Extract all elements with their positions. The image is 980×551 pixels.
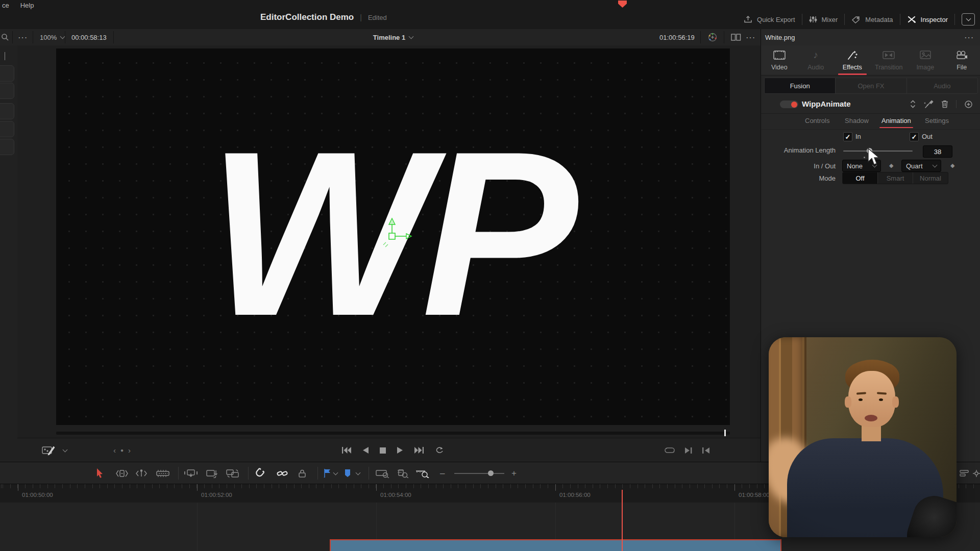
full-extent-zoom-button[interactable] [376, 462, 390, 484]
link-clips-button[interactable] [277, 462, 288, 484]
tab-effects[interactable]: Effects [834, 45, 871, 75]
tab-shadow[interactable]: Shadow [845, 117, 869, 124]
viewer-options-button[interactable]: ··· [18, 29, 28, 45]
dynamic-trim-mode-button[interactable] [135, 462, 148, 484]
zoom-in-button[interactable]: + [511, 462, 517, 484]
video-canvas[interactable]: WP [56, 48, 730, 425]
viewer-jog-bar[interactable] [56, 432, 730, 435]
search-button[interactable] [1, 29, 9, 45]
zoom-slider-knob[interactable] [488, 470, 494, 476]
keyframe-reset-button[interactable] [964, 100, 973, 109]
snapping-button[interactable] [254, 462, 264, 484]
effect-enable-toggle[interactable] [780, 101, 798, 108]
trim-edit-mode-button[interactable] [115, 462, 129, 484]
effect-thumbnail-button[interactable] [0, 65, 14, 82]
effect-subtabs: Controls Shadow Animation Settings [761, 116, 980, 130]
menu-item-workspace-partial[interactable]: ce [2, 2, 9, 9]
effect-thumbnail-button[interactable] [0, 103, 14, 119]
out-keyframe-icon[interactable]: ◆ [950, 162, 954, 169]
marker-button[interactable] [344, 462, 351, 484]
effect-thumbnail-button[interactable] [0, 83, 14, 99]
transform-gizmo[interactable] [382, 217, 428, 253]
timeline-zoom-slider[interactable] [454, 473, 504, 474]
major-tick [555, 484, 556, 491]
prev-edit-button[interactable] [702, 447, 709, 454]
mixer-button[interactable]: Mixer [809, 15, 838, 23]
selection-mode-button[interactable] [96, 462, 104, 484]
in-keyframe-icon[interactable]: ◆ [889, 162, 893, 169]
playhead-line[interactable] [622, 490, 623, 551]
jog-handle[interactable] [724, 430, 726, 436]
razor-edit-mode-button[interactable] [156, 462, 169, 484]
chevron-up-icon [5, 52, 5, 60]
flag-button[interactable] [324, 462, 331, 484]
record-timecode: 01:00:56:19 [659, 29, 695, 45]
inspector-menu-button[interactable]: ··· [965, 29, 974, 45]
inspector-button[interactable]: Inspector [907, 15, 948, 23]
timeline-selector-value: Timeline 1 [373, 34, 405, 41]
collapse-panel-button[interactable] [5, 53, 5, 60]
selected-video-clip[interactable] [330, 539, 781, 551]
collapse-expand-button[interactable] [910, 100, 916, 108]
timeline-selector[interactable]: Timeline 1 [56, 29, 730, 45]
unmix-button[interactable] [665, 447, 675, 454]
timeline-view-options-button[interactable] [960, 462, 969, 484]
loop-playback-button[interactable] [435, 446, 444, 454]
mode-smart-button[interactable]: Smart [878, 172, 913, 184]
camera-reel-icon [955, 50, 968, 60]
quick-export-button[interactable]: Quick Export [744, 15, 795, 23]
annotation-tool-button[interactable] [42, 445, 55, 456]
play-reverse-button[interactable] [362, 447, 369, 454]
insert-clip-button[interactable] [184, 462, 198, 484]
stop-button[interactable] [380, 447, 386, 454]
tab-openfx[interactable]: Open FX [836, 78, 906, 93]
tab-fusion[interactable]: Fusion [765, 78, 836, 93]
title-separator: | [360, 13, 362, 21]
play-button[interactable] [397, 447, 403, 454]
overwrite-clip-button[interactable] [205, 462, 218, 484]
out-easing-dropdown[interactable]: Quart [901, 160, 941, 172]
tab-image[interactable]: Image [907, 45, 944, 75]
tab-controls[interactable]: Controls [805, 117, 829, 124]
tab-file[interactable]: File [944, 45, 980, 75]
transform-gizmo-button[interactable] [707, 29, 718, 45]
metadata-button[interactable]: Metadata [851, 16, 893, 23]
mode-off-button[interactable]: Off [843, 172, 878, 184]
detail-zoom-button[interactable] [396, 462, 409, 484]
mode-normal-button[interactable]: Normal [913, 172, 948, 184]
effect-category-tabs: Fusion Open FX Audio [764, 78, 978, 94]
custom-zoom-button[interactable] [415, 462, 430, 484]
tab-audio[interactable]: ♪ Audio [798, 45, 835, 75]
dual-viewer-button[interactable] [731, 29, 741, 45]
go-to-end-button[interactable] [414, 447, 424, 454]
in-checkbox[interactable]: ✓ [843, 132, 852, 141]
menu-item-help[interactable]: Help [20, 2, 34, 9]
ellipsis-icon: ··· [965, 34, 974, 41]
tab-video[interactable]: Video [761, 45, 798, 75]
replace-clip-button[interactable] [226, 462, 240, 484]
effect-thumbnail-button[interactable] [0, 139, 14, 155]
search-icon [1, 33, 9, 41]
gridline [197, 503, 198, 551]
tab-settings[interactable]: Settings [925, 117, 949, 124]
timeline-settings-button[interactable] [973, 462, 980, 484]
effect-thumbnail-button[interactable] [0, 121, 14, 137]
tab-audio-fx[interactable]: Audio [907, 78, 977, 93]
viewer-menu-button[interactable]: ··· [746, 29, 756, 45]
next-edit-button[interactable] [685, 447, 692, 454]
marker-dropdown-button[interactable] [356, 462, 360, 484]
zoom-out-button[interactable]: – [440, 462, 445, 484]
panel-toggle-button[interactable] [962, 13, 975, 26]
position-lock-button[interactable] [298, 462, 306, 484]
go-to-start-button[interactable] [342, 447, 351, 454]
tab-transition[interactable]: Transition [871, 45, 908, 75]
major-tick [376, 484, 377, 491]
tab-animation[interactable]: Animation [881, 117, 911, 124]
flag-dropdown-button[interactable] [334, 462, 337, 484]
out-checkbox[interactable]: ✓ [910, 132, 919, 141]
delete-effect-button[interactable] [941, 100, 948, 108]
animation-length-input[interactable] [923, 145, 952, 158]
divider [700, 31, 701, 43]
customize-effect-button[interactable] [923, 100, 934, 109]
tab-image-label: Image [916, 64, 934, 71]
